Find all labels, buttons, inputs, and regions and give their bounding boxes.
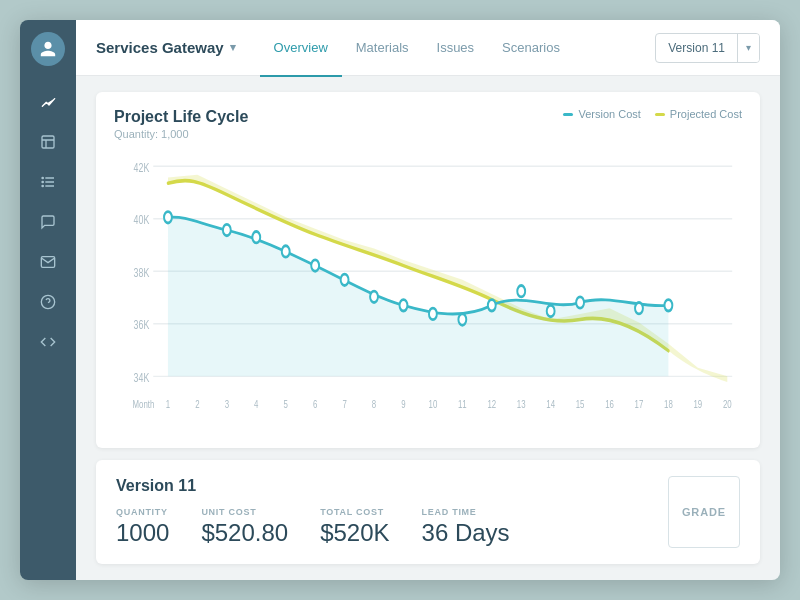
svg-point-48 <box>370 291 378 302</box>
svg-text:3: 3 <box>225 397 229 410</box>
svg-point-8 <box>42 185 43 186</box>
svg-point-55 <box>576 297 584 308</box>
grade-box[interactable]: GRADE <box>668 476 740 548</box>
svg-text:34K: 34K <box>134 370 150 384</box>
header-title[interactable]: Services Gateway ▾ <box>96 39 236 56</box>
svg-text:9: 9 <box>401 397 405 410</box>
svg-point-44 <box>252 232 260 243</box>
svg-text:36K: 36K <box>134 318 150 332</box>
svg-point-47 <box>341 274 349 285</box>
svg-point-57 <box>664 300 672 311</box>
main-content: Services Gateway ▾ Overview Materials Is… <box>76 20 780 580</box>
tab-materials[interactable]: Materials <box>342 21 423 77</box>
avatar[interactable] <box>31 32 65 66</box>
svg-text:18: 18 <box>664 397 673 410</box>
documents-icon[interactable] <box>32 126 64 158</box>
metric-quantity-label: QUANTITY <box>116 507 169 517</box>
legend-version-cost: Version Cost <box>563 108 640 120</box>
svg-text:19: 19 <box>693 397 702 410</box>
tab-scenarios[interactable]: Scenarios <box>488 21 574 77</box>
title-chevron: ▾ <box>230 41 236 54</box>
bottom-card: Version 11 QUANTITY 1000 UNIT COST $520.… <box>96 460 760 564</box>
svg-point-52 <box>488 300 496 311</box>
metric-lead-time: LEAD TIME 36 Days <box>422 507 510 547</box>
svg-text:14: 14 <box>546 397 555 410</box>
metric-unit-cost-value: $520.80 <box>201 519 288 547</box>
svg-text:5: 5 <box>284 397 289 410</box>
legend-version-cost-label: Version Cost <box>578 108 640 120</box>
svg-text:2: 2 <box>195 397 199 410</box>
chart-title: Project Life Cycle <box>114 108 248 126</box>
svg-point-54 <box>547 305 555 316</box>
metric-unit-cost-label: UNIT COST <box>201 507 288 517</box>
chart-legend: Version Cost Projected Cost <box>563 108 742 120</box>
svg-text:7: 7 <box>342 397 346 410</box>
svg-point-7 <box>42 181 43 182</box>
metric-lead-time-label: LEAD TIME <box>422 507 510 517</box>
svg-text:10: 10 <box>429 397 438 410</box>
version-info: Version 11 QUANTITY 1000 UNIT COST $520.… <box>116 477 668 547</box>
svg-text:42K: 42K <box>134 160 150 174</box>
chart-svg: 42K 40K 38K 36K 34K 1 2 3 4 5 6 7 8 <box>114 152 742 436</box>
legend-projected-cost: Projected Cost <box>655 108 742 120</box>
version-title: Version 11 <box>116 477 668 495</box>
svg-point-50 <box>429 308 437 319</box>
help-icon[interactable] <box>32 286 64 318</box>
metric-total-cost-value: $520K <box>320 519 389 547</box>
svg-text:40K: 40K <box>134 213 150 227</box>
svg-point-43 <box>223 224 231 235</box>
chart-title-area: Project Life Cycle Quantity: 1,000 <box>114 108 248 140</box>
svg-point-53 <box>517 285 525 296</box>
chart-subtitle: Quantity: 1,000 <box>114 128 248 140</box>
svg-text:13: 13 <box>517 397 526 410</box>
svg-text:38K: 38K <box>134 265 150 279</box>
svg-text:8: 8 <box>372 397 376 410</box>
version-selector[interactable]: Version 11 ▾ <box>655 33 760 63</box>
svg-point-6 <box>42 177 43 178</box>
svg-text:4: 4 <box>254 397 259 410</box>
comments-icon[interactable] <box>32 206 64 238</box>
content-area: Project Life Cycle Quantity: 1,000 Versi… <box>76 76 780 580</box>
svg-rect-0 <box>42 136 54 148</box>
legend-projected-cost-dot <box>655 113 665 116</box>
chart-card: Project Life Cycle Quantity: 1,000 Versi… <box>96 92 760 448</box>
metric-total-cost: TOTAL COST $520K <box>320 507 389 547</box>
sidebar <box>20 20 76 580</box>
svg-text:15: 15 <box>576 397 585 410</box>
svg-point-45 <box>282 246 290 257</box>
list-icon[interactable] <box>32 166 64 198</box>
svg-text:11: 11 <box>458 397 467 410</box>
metric-total-cost-label: TOTAL COST <box>320 507 389 517</box>
chart-area: 42K 40K 38K 36K 34K 1 2 3 4 5 6 7 8 <box>114 152 742 436</box>
tab-overview[interactable]: Overview <box>260 21 342 77</box>
code-icon[interactable] <box>32 326 64 358</box>
svg-point-46 <box>311 260 319 271</box>
metrics-row: QUANTITY 1000 UNIT COST $520.80 TOTAL CO… <box>116 507 668 547</box>
metric-quantity-value: 1000 <box>116 519 169 547</box>
svg-text:1: 1 <box>166 397 170 410</box>
svg-text:17: 17 <box>635 397 644 410</box>
metric-quantity: QUANTITY 1000 <box>116 507 169 547</box>
app-container: Services Gateway ▾ Overview Materials Is… <box>20 20 780 580</box>
svg-text:6: 6 <box>313 397 317 410</box>
legend-projected-cost-label: Projected Cost <box>670 108 742 120</box>
chart-header: Project Life Cycle Quantity: 1,000 Versi… <box>114 108 742 140</box>
svg-text:Month: Month <box>133 397 155 410</box>
version-label: Version 11 <box>656 41 737 55</box>
svg-point-42 <box>164 212 172 223</box>
svg-point-49 <box>400 300 408 311</box>
metric-lead-time-value: 36 Days <box>422 519 510 547</box>
header: Services Gateway ▾ Overview Materials Is… <box>76 20 780 76</box>
svg-text:20: 20 <box>723 397 732 410</box>
version-dropdown-btn[interactable]: ▾ <box>737 34 759 62</box>
analytics-icon[interactable] <box>32 86 64 118</box>
app-title: Services Gateway <box>96 39 224 56</box>
svg-text:16: 16 <box>605 397 614 410</box>
legend-version-cost-dot <box>563 113 573 116</box>
tab-issues[interactable]: Issues <box>423 21 489 77</box>
svg-point-51 <box>458 314 466 325</box>
svg-point-56 <box>635 303 643 314</box>
mail-icon[interactable] <box>32 246 64 278</box>
header-nav: Overview Materials Issues Scenarios <box>260 20 656 76</box>
svg-text:12: 12 <box>487 397 496 410</box>
